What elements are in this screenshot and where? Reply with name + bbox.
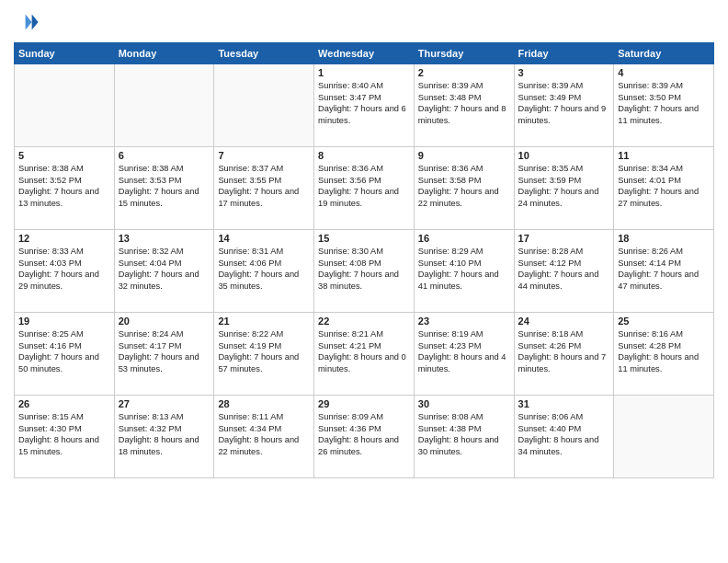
day-info: Sunrise: 8:29 AM Sunset: 4:10 PM Dayligh… (418, 246, 510, 292)
calendar-week-0: 1Sunrise: 8:40 AM Sunset: 3:47 PM Daylig… (15, 64, 714, 147)
calendar-cell: 11Sunrise: 8:34 AM Sunset: 4:01 PM Dayli… (614, 147, 714, 230)
day-number: 3 (518, 67, 610, 78)
calendar-cell: 22Sunrise: 8:21 AM Sunset: 4:21 PM Dayli… (314, 313, 415, 396)
day-info: Sunrise: 8:39 AM Sunset: 3:50 PM Dayligh… (618, 80, 710, 126)
day-number: 13 (119, 233, 210, 244)
calendar-cell (614, 396, 714, 478)
day-info: Sunrise: 8:39 AM Sunset: 3:49 PM Dayligh… (518, 80, 610, 126)
calendar-cell (114, 64, 214, 147)
day-info: Sunrise: 8:24 AM Sunset: 4:17 PM Dayligh… (119, 328, 210, 374)
day-number: 17 (518, 233, 610, 244)
day-info: Sunrise: 8:34 AM Sunset: 4:01 PM Dayligh… (618, 163, 710, 209)
day-number: 2 (418, 67, 510, 78)
calendar-cell: 15Sunrise: 8:30 AM Sunset: 4:08 PM Dayli… (314, 230, 415, 313)
day-number: 27 (119, 398, 210, 409)
svg-marker-0 (32, 15, 39, 30)
day-number: 23 (418, 316, 510, 327)
day-number: 7 (218, 150, 310, 161)
weekday-thursday: Thursday (414, 43, 514, 64)
calendar-cell: 31Sunrise: 8:06 AM Sunset: 4:40 PM Dayli… (514, 396, 614, 478)
calendar-cell: 14Sunrise: 8:31 AM Sunset: 4:06 PM Dayli… (214, 230, 314, 313)
day-number: 21 (218, 316, 310, 327)
calendar-cell: 23Sunrise: 8:19 AM Sunset: 4:23 PM Dayli… (414, 313, 514, 396)
calendar-cell: 13Sunrise: 8:32 AM Sunset: 4:04 PM Dayli… (114, 230, 214, 313)
day-number: 15 (318, 233, 410, 244)
calendar-cell: 6Sunrise: 8:38 AM Sunset: 3:53 PM Daylig… (114, 147, 214, 230)
day-number: 14 (218, 233, 310, 244)
day-info: Sunrise: 8:37 AM Sunset: 3:55 PM Dayligh… (218, 163, 310, 209)
logo-icon (14, 9, 40, 35)
day-number: 1 (318, 67, 410, 78)
calendar-cell: 2Sunrise: 8:39 AM Sunset: 3:48 PM Daylig… (414, 64, 514, 147)
day-number: 26 (18, 398, 110, 409)
weekday-monday: Monday (114, 43, 214, 64)
day-number: 19 (18, 316, 110, 327)
weekday-saturday: Saturday (614, 43, 714, 64)
day-number: 5 (18, 150, 110, 161)
calendar-cell: 25Sunrise: 8:16 AM Sunset: 4:28 PM Dayli… (614, 313, 714, 396)
day-number: 16 (418, 233, 510, 244)
day-number: 11 (618, 150, 710, 161)
calendar-cell: 21Sunrise: 8:22 AM Sunset: 4:19 PM Dayli… (214, 313, 314, 396)
calendar-cell: 8Sunrise: 8:36 AM Sunset: 3:56 PM Daylig… (314, 147, 415, 230)
day-info: Sunrise: 8:22 AM Sunset: 4:19 PM Dayligh… (218, 328, 310, 374)
weekday-friday: Friday (514, 43, 614, 64)
calendar-cell (15, 64, 115, 147)
day-info: Sunrise: 8:08 AM Sunset: 4:38 PM Dayligh… (418, 411, 510, 457)
weekday-tuesday: Tuesday (214, 43, 314, 64)
day-info: Sunrise: 8:13 AM Sunset: 4:32 PM Dayligh… (119, 411, 210, 457)
calendar-week-3: 19Sunrise: 8:25 AM Sunset: 4:16 PM Dayli… (15, 313, 714, 396)
calendar-cell: 18Sunrise: 8:26 AM Sunset: 4:14 PM Dayli… (614, 230, 714, 313)
day-number: 8 (318, 150, 410, 161)
calendar-cell (214, 64, 314, 147)
day-number: 9 (418, 150, 510, 161)
day-info: Sunrise: 8:30 AM Sunset: 4:08 PM Dayligh… (318, 246, 410, 292)
calendar-cell: 5Sunrise: 8:38 AM Sunset: 3:52 PM Daylig… (15, 147, 115, 230)
calendar-cell: 30Sunrise: 8:08 AM Sunset: 4:38 PM Dayli… (414, 396, 514, 478)
page-container: SundayMondayTuesdayWednesdayThursdayFrid… (0, 0, 728, 488)
calendar-cell: 26Sunrise: 8:15 AM Sunset: 4:30 PM Dayli… (15, 396, 115, 478)
calendar-cell: 16Sunrise: 8:29 AM Sunset: 4:10 PM Dayli… (414, 230, 514, 313)
calendar-cell: 9Sunrise: 8:36 AM Sunset: 3:58 PM Daylig… (414, 147, 514, 230)
calendar-cell: 17Sunrise: 8:28 AM Sunset: 4:12 PM Dayli… (514, 230, 614, 313)
calendar-table: SundayMondayTuesdayWednesdayThursdayFrid… (14, 42, 714, 478)
day-info: Sunrise: 8:36 AM Sunset: 3:56 PM Dayligh… (318, 163, 410, 209)
day-info: Sunrise: 8:06 AM Sunset: 4:40 PM Dayligh… (518, 411, 610, 457)
day-number: 4 (618, 67, 710, 78)
day-number: 31 (518, 398, 610, 409)
day-info: Sunrise: 8:38 AM Sunset: 3:52 PM Dayligh… (18, 163, 110, 209)
day-number: 30 (418, 398, 510, 409)
calendar-week-4: 26Sunrise: 8:15 AM Sunset: 4:30 PM Dayli… (15, 396, 714, 478)
svg-marker-1 (26, 15, 32, 30)
day-number: 28 (218, 398, 310, 409)
calendar-cell: 20Sunrise: 8:24 AM Sunset: 4:17 PM Dayli… (114, 313, 214, 396)
day-info: Sunrise: 8:28 AM Sunset: 4:12 PM Dayligh… (518, 246, 610, 292)
day-info: Sunrise: 8:26 AM Sunset: 4:14 PM Dayligh… (618, 246, 710, 292)
day-info: Sunrise: 8:38 AM Sunset: 3:53 PM Dayligh… (119, 163, 210, 209)
weekday-header-row: SundayMondayTuesdayWednesdayThursdayFrid… (15, 43, 714, 64)
day-number: 24 (518, 316, 610, 327)
calendar-cell: 28Sunrise: 8:11 AM Sunset: 4:34 PM Dayli… (214, 396, 314, 478)
day-number: 25 (618, 316, 710, 327)
calendar-cell: 4Sunrise: 8:39 AM Sunset: 3:50 PM Daylig… (614, 64, 714, 147)
weekday-sunday: Sunday (15, 43, 115, 64)
logo (14, 9, 43, 35)
weekday-wednesday: Wednesday (314, 43, 415, 64)
day-info: Sunrise: 8:19 AM Sunset: 4:23 PM Dayligh… (418, 328, 510, 374)
day-info: Sunrise: 8:09 AM Sunset: 4:36 PM Dayligh… (318, 411, 410, 457)
calendar-cell: 10Sunrise: 8:35 AM Sunset: 3:59 PM Dayli… (514, 147, 614, 230)
calendar-cell: 19Sunrise: 8:25 AM Sunset: 4:16 PM Dayli… (15, 313, 115, 396)
day-info: Sunrise: 8:21 AM Sunset: 4:21 PM Dayligh… (318, 328, 410, 374)
day-info: Sunrise: 8:31 AM Sunset: 4:06 PM Dayligh… (218, 246, 310, 292)
calendar-cell: 24Sunrise: 8:18 AM Sunset: 4:26 PM Dayli… (514, 313, 614, 396)
day-info: Sunrise: 8:36 AM Sunset: 3:58 PM Dayligh… (418, 163, 510, 209)
day-number: 12 (18, 233, 110, 244)
calendar-cell: 7Sunrise: 8:37 AM Sunset: 3:55 PM Daylig… (214, 147, 314, 230)
day-info: Sunrise: 8:11 AM Sunset: 4:34 PM Dayligh… (218, 411, 310, 457)
calendar-cell: 3Sunrise: 8:39 AM Sunset: 3:49 PM Daylig… (514, 64, 614, 147)
calendar-week-1: 5Sunrise: 8:38 AM Sunset: 3:52 PM Daylig… (15, 147, 714, 230)
calendar-cell: 27Sunrise: 8:13 AM Sunset: 4:32 PM Dayli… (114, 396, 214, 478)
day-info: Sunrise: 8:18 AM Sunset: 4:26 PM Dayligh… (518, 328, 610, 374)
day-info: Sunrise: 8:39 AM Sunset: 3:48 PM Dayligh… (418, 80, 510, 126)
day-info: Sunrise: 8:15 AM Sunset: 4:30 PM Dayligh… (18, 411, 110, 457)
